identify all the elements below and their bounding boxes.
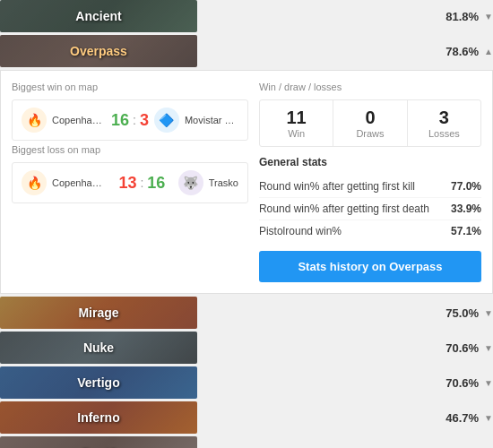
map-label-nuke: Nuke: [83, 340, 114, 355]
team1-loss-icon: 🔥: [27, 176, 42, 190]
biggest-win-card: 🔥 Copenhage... 16 : 3 🔷 Movistar Ri...: [12, 99, 248, 141]
map-row-dust2[interactable]: Dust2 0.0% ▼: [0, 436, 493, 448]
wdl-draw-cell: 0 Draws: [333, 100, 407, 146]
overpass-col-right: Win / draw / losses 11 Win 0 Draws 3 Los…: [259, 82, 481, 282]
overpass-col-left: Biggest win on map 🔥 Copenhage... 16 : 3…: [12, 82, 248, 282]
map-pct-ancient: 81.8%: [438, 10, 479, 23]
team2-win-logo: 🔷: [154, 108, 179, 133]
wdl-loss-num: 3: [411, 108, 477, 128]
map-label-mirage: Mirage: [78, 306, 118, 320]
map-row-vertigo[interactable]: Vertigo 70.6% ▼: [0, 366, 493, 399]
biggest-win-title: Biggest win on map: [12, 82, 248, 92]
stats-history-button[interactable]: Stats history on Overpass: [259, 251, 481, 282]
loss-score: 13 : 16: [111, 174, 173, 193]
map-banner-vertigo: Vertigo: [0, 366, 197, 399]
team2-win-name: Movistar Ri...: [185, 115, 238, 125]
wdl-win-cell: 11 Win: [260, 100, 333, 146]
stat-value-2: 57.1%: [451, 225, 481, 237]
map-stat-inferno: 46.7% ▼: [438, 411, 493, 425]
stat-label-1: Round win% after getting first death: [259, 202, 429, 215]
stat-label-2: Pistolround win%: [259, 225, 342, 237]
map-stat-mirage: 75.0% ▼: [438, 306, 493, 320]
wdl-win-num: 11: [264, 108, 329, 128]
map-stat-nuke: 70.6% ▼: [438, 341, 493, 355]
map-stat-ancient: 81.8% ▼: [438, 10, 493, 23]
loss-score2: 16: [147, 174, 165, 193]
team1-win-logo: 🔥: [22, 108, 47, 133]
team1-win-icon: 🔥: [27, 113, 42, 127]
stat-row-2: Pistolround win% 57.1%: [259, 220, 481, 242]
general-stats-title: General stats: [259, 156, 481, 168]
map-row-mirage[interactable]: Mirage 75.0% ▼: [0, 297, 493, 329]
map-label-inferno: Inferno: [77, 410, 119, 425]
map-arrow-ancient: ▼: [484, 12, 493, 22]
map-label-overpass: Overpass: [70, 44, 127, 58]
stat-label-0: Round win% after getting first kill: [259, 180, 415, 193]
stat-row-1: Round win% after getting first death 33.…: [259, 198, 481, 220]
win-score2: 3: [140, 111, 149, 130]
wdl-loss-label: Losses: [411, 128, 477, 139]
map-pct-nuke: 70.6%: [438, 341, 479, 355]
team1-loss-logo: 🔥: [22, 170, 47, 195]
map-pct-inferno: 46.7%: [438, 411, 479, 425]
team2-loss-name: Trasko: [209, 177, 238, 188]
overpass-expanded-section: Biggest win on map 🔥 Copenhage... 16 : 3…: [0, 70, 493, 294]
wdl-loss-cell: 3 Losses: [408, 100, 480, 146]
map-arrow-nuke: ▼: [484, 343, 493, 353]
loss-score1: 13: [118, 174, 136, 193]
map-arrow-mirage: ▼: [484, 308, 493, 318]
map-banner-nuke: Nuke: [0, 332, 197, 364]
map-banner-overpass: Overpass: [0, 35, 197, 67]
map-pct-overpass: 78.6%: [438, 45, 479, 58]
map-arrow-inferno: ▼: [484, 413, 493, 423]
team2-loss-icon: 🐺: [183, 176, 198, 190]
win-score1: 16: [111, 111, 129, 130]
map-banner-ancient: Ancient: [0, 0, 197, 32]
team2-win-icon: 🔷: [159, 113, 174, 127]
map-pct-mirage: 75.0%: [438, 306, 479, 320]
map-banner-mirage: Mirage: [0, 297, 197, 329]
loss-score-sep: :: [140, 176, 143, 190]
team1-win-name: Copenhage...: [52, 115, 106, 125]
map-row-nuke[interactable]: Nuke 70.6% ▼: [0, 332, 493, 364]
biggest-loss-title: Biggest loss on map: [12, 144, 248, 155]
stat-row-0: Round win% after getting first kill 77.0…: [259, 176, 481, 198]
team1-loss-name: Copenhage...: [52, 177, 106, 188]
map-row-overpass[interactable]: Overpass 78.6% ▲: [0, 35, 493, 67]
win-score: 16 : 3: [111, 111, 149, 130]
overpass-two-col: Biggest win on map 🔥 Copenhage... 16 : 3…: [12, 82, 481, 282]
map-arrow-overpass: ▲: [484, 47, 493, 56]
team2-loss-logo: 🐺: [178, 170, 203, 195]
biggest-loss-card: 🔥 Copenhage... 13 : 16 🐺 Trasko: [12, 162, 248, 203]
map-arrow-vertigo: ▼: [484, 378, 493, 388]
wdl-draw-num: 0: [337, 108, 402, 128]
map-row-ancient[interactable]: Ancient 81.8% ▼: [0, 0, 493, 32]
map-label-vertigo: Vertigo: [77, 375, 119, 390]
wdl-win-label: Win: [264, 128, 329, 139]
map-banner-dust2: Dust2: [0, 436, 197, 448]
wdl-draw-label: Draws: [337, 128, 402, 139]
map-label-ancient: Ancient: [75, 9, 121, 23]
map-stat-overpass: 78.6% ▲: [438, 45, 493, 58]
map-row-inferno[interactable]: Inferno 46.7% ▼: [0, 401, 493, 434]
map-banner-inferno: Inferno: [0, 401, 197, 434]
map-pct-vertigo: 70.6%: [438, 376, 479, 390]
stat-value-0: 77.0%: [451, 180, 481, 193]
wdl-row: 11 Win 0 Draws 3 Losses: [259, 99, 481, 147]
stat-value-1: 33.9%: [451, 202, 481, 215]
map-stat-vertigo: 70.6% ▼: [438, 376, 493, 390]
win-score-sep: :: [133, 113, 136, 127]
wdl-title: Win / draw / losses: [259, 82, 481, 92]
